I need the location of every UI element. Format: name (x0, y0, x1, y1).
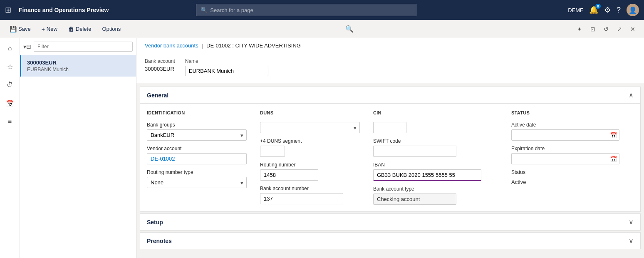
routing-type-select-wrapper[interactable]: None ABA IFSC (147, 177, 247, 188)
personalize-icon[interactable]: ✦ (573, 23, 586, 35)
bank-account-type-value: Checking account (373, 194, 456, 205)
general-form-columns: IDENTIFICATION Bank groups BankEUR BankU… (147, 110, 634, 205)
expiration-date-label: Expiration date (511, 146, 619, 151)
general-section-body: IDENTIFICATION Bank groups BankEUR BankU… (140, 104, 640, 211)
breadcrumb-parent[interactable]: Vendor bank accounts (145, 42, 198, 49)
cin-heading: CIN (373, 110, 498, 115)
top-navigation: ⊞ Finance and Operations Preview 🔍 DEMF … (0, 0, 644, 20)
bank-account-value: 300003EUR (145, 66, 175, 72)
swift-label: SWIFT code (373, 138, 498, 144)
list-item-id: 300003EUR (27, 60, 130, 66)
refresh-icon[interactable]: ↺ (600, 23, 612, 35)
avatar[interactable]: 👤 (627, 4, 639, 16)
content-panel: Vendor bank accounts | DE-01002 : CITY-W… (136, 38, 644, 258)
options-label: Options (102, 26, 121, 32)
active-date-input[interactable] (511, 129, 619, 141)
search-input[interactable] (210, 7, 412, 13)
save-button[interactable]: 💾 Save (5, 23, 35, 35)
nav-calendar-icon[interactable]: 📅 (3, 97, 17, 110)
toolbar-search-icon[interactable]: 🔍 (345, 25, 354, 33)
close-icon[interactable]: ✕ (627, 23, 639, 35)
duns-select[interactable] (260, 122, 360, 133)
routing-type-select[interactable]: None ABA IFSC (147, 177, 247, 188)
plus4-input[interactable] (260, 146, 285, 157)
plus4-label: +4 DUNS segment (260, 138, 360, 144)
vendor-account-link[interactable]: DE-01002 (147, 153, 247, 164)
filter-icon[interactable]: ▾⊟ (23, 43, 31, 50)
cin-heading-field: CIN (373, 110, 498, 117)
bank-account-type-field: Bank account type Checking account (373, 186, 498, 205)
bank-name-input[interactable] (185, 66, 268, 76)
save-icon: 💾 (10, 26, 17, 32)
save-label: Save (18, 26, 31, 32)
nav-favorites-icon[interactable]: ☆ (3, 60, 17, 73)
bank-groups-label: Bank groups (147, 122, 247, 128)
identification-heading-field: IDENTIFICATION (147, 110, 247, 117)
identification-column: IDENTIFICATION Bank groups BankEUR BankU… (147, 110, 247, 205)
bank-account-label: Bank account (145, 58, 175, 64)
search-bar[interactable]: 🔍 (196, 4, 416, 16)
prenotes-section-header[interactable]: Prenotes ∨ (140, 233, 640, 249)
new-button[interactable]: + New (37, 23, 62, 35)
bell-icon[interactable]: 🔔 0 (589, 5, 598, 15)
bank-account-number-input[interactable] (260, 193, 343, 204)
bank-groups-select-wrapper[interactable]: BankEUR BankUSD BankGBP (147, 129, 247, 141)
notification-badge: 0 (595, 4, 601, 9)
cin-input[interactable] (373, 122, 406, 133)
active-date-field: Active date 📅 (511, 122, 619, 141)
main-layout: ⌂ ☆ ⏱ 📅 ≡ ▾⊟ 300003EUR EURBANK Munich Ve… (0, 38, 644, 258)
status-heading-field: STATUS (511, 110, 619, 117)
bank-header: Bank account 300003EUR Name (136, 53, 644, 83)
general-collapse-icon[interactable]: ∧ (629, 91, 634, 99)
options-button[interactable]: Options (97, 23, 125, 35)
side-navigation: ⌂ ☆ ⏱ 📅 ≡ (0, 38, 20, 258)
routing-number-type-label: Routing number type (147, 169, 247, 175)
delete-button[interactable]: 🗑 Delete (64, 23, 96, 35)
user-label: DEMF (568, 7, 583, 13)
settings-icon[interactable]: ⚙ (604, 5, 611, 15)
duns-select-wrapper[interactable] (260, 122, 360, 133)
breadcrumb: Vendor bank accounts | DE-01002 : CITY-W… (136, 38, 644, 53)
toolbar: 💾 Save + New 🗑 Delete Options 🔍 ✦ ⊡ ↺ ⤢ … (0, 20, 644, 38)
routing-number-input[interactable] (260, 169, 318, 181)
list-panel: ▾⊟ 300003EUR EURBANK Munich (20, 38, 136, 258)
iban-field: IBAN (373, 162, 498, 181)
filter-input[interactable] (34, 42, 133, 52)
bank-groups-field: Bank groups BankEUR BankUSD BankGBP (147, 122, 247, 141)
duns-column: DUNS +4 DUNS segment (260, 110, 360, 205)
bank-groups-select[interactable]: BankEUR BankUSD BankGBP (147, 129, 247, 141)
vendor-account-field: Vendor account DE-01002 (147, 146, 247, 164)
split-view-icon[interactable]: ⊡ (587, 23, 599, 35)
iban-input[interactable] (373, 169, 481, 181)
breadcrumb-separator: | (202, 42, 203, 49)
list-item[interactable]: 300003EUR EURBANK Munich (20, 55, 136, 77)
prenotes-collapse-icon[interactable]: ∨ (629, 237, 634, 245)
popout-icon[interactable]: ⤢ (613, 23, 626, 35)
nav-home-icon[interactable]: ⌂ (3, 42, 17, 55)
nav-list-icon[interactable]: ≡ (3, 115, 17, 128)
active-date-wrapper[interactable]: 📅 (511, 129, 619, 141)
nav-recent-icon[interactable]: ⏱ (3, 78, 17, 92)
breadcrumb-current: DE-01002 : CITY-WIDE ADVERTISING (206, 42, 301, 49)
cin-value-field (373, 122, 498, 133)
expiration-date-wrapper[interactable]: 📅 (511, 153, 619, 164)
waffle-icon[interactable]: ⊞ (5, 5, 11, 15)
swift-input[interactable] (373, 146, 456, 157)
active-date-label: Active date (511, 122, 619, 128)
expiration-date-input[interactable] (511, 153, 619, 164)
setup-section: Setup ∨ (140, 213, 641, 231)
new-icon: + (42, 26, 45, 32)
vendor-account-label: Vendor account (147, 146, 247, 151)
cin-column: CIN SWIFT code IBAN (373, 110, 498, 205)
setup-collapse-icon[interactable]: ∨ (629, 218, 634, 226)
expiration-date-field: Expiration date 📅 (511, 146, 619, 164)
help-icon[interactable]: ? (617, 6, 621, 15)
bank-account-number-label: Bank account number (260, 186, 360, 191)
new-label: New (47, 26, 57, 32)
setup-section-header[interactable]: Setup ∨ (140, 214, 640, 230)
status-badge: Active (511, 177, 619, 187)
search-icon: 🔍 (201, 7, 208, 13)
bank-account-type-label: Bank account type (373, 186, 498, 192)
general-section-header[interactable]: General ∧ (140, 87, 640, 104)
list-panel-header: ▾⊟ (20, 38, 136, 55)
